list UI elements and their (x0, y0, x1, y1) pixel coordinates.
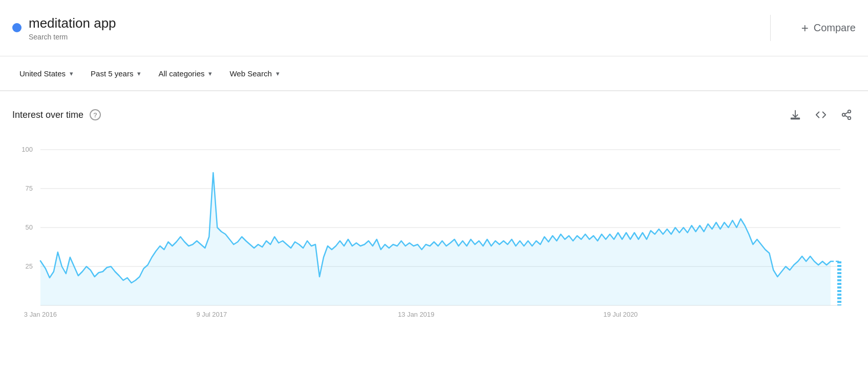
category-filter-label: All categories (158, 69, 204, 78)
time-chevron-icon: ▾ (137, 70, 141, 77)
category-filter[interactable]: All categories ▾ (151, 65, 219, 82)
search-term-block: meditation app Search term (12, 15, 771, 42)
compare-button[interactable]: + Compare (771, 21, 856, 35)
search-term-title: meditation app (29, 15, 116, 32)
compare-label: Compare (814, 22, 856, 34)
header: meditation app Search term + Compare (0, 0, 868, 56)
svg-text:75: 75 (26, 184, 33, 192)
line-chart: 100 75 50 25 3 Jan 2016 9 Jul 2017 13 Ja… (12, 134, 856, 329)
svg-text:9 Jul 2017: 9 Jul 2017 (196, 311, 227, 318)
svg-text:19 Jul 2020: 19 Jul 2020 (603, 311, 638, 318)
region-chevron-icon: ▾ (70, 70, 73, 77)
section-title: Interest over time (12, 110, 83, 120)
category-chevron-icon: ▾ (208, 70, 212, 77)
section-actions (786, 106, 856, 124)
chart-container: 100 75 50 25 3 Jan 2016 9 Jul 2017 13 Ja… (12, 134, 856, 329)
region-filter[interactable]: United States ▾ (12, 65, 80, 82)
svg-text:25: 25 (26, 262, 33, 270)
svg-line-3 (845, 115, 848, 117)
section-title-block: Interest over time ? (12, 109, 101, 120)
search-term-subtitle: Search term (29, 33, 116, 41)
download-icon[interactable] (786, 106, 805, 124)
time-filter-label: Past 5 years (91, 69, 133, 78)
share-icon[interactable] (837, 106, 856, 124)
svg-text:100: 100 (22, 146, 33, 153)
search-term-dot (12, 23, 22, 32)
time-filter[interactable]: Past 5 years ▾ (83, 65, 148, 82)
help-icon[interactable]: ? (90, 109, 101, 120)
compare-plus-icon: + (801, 21, 809, 35)
section-header: Interest over time ? (0, 91, 868, 129)
search-term-text: meditation app Search term (29, 15, 116, 42)
embed-icon[interactable] (812, 106, 830, 124)
svg-text:13 Jan 2019: 13 Jan 2019 (398, 311, 434, 318)
region-filter-label: United States (19, 69, 66, 78)
search-type-filter-label: Web Search (229, 69, 271, 78)
chart-area: 100 75 50 25 3 Jan 2016 9 Jul 2017 13 Ja… (0, 129, 868, 349)
search-type-chevron-icon: ▾ (276, 70, 280, 77)
svg-line-4 (845, 112, 848, 114)
svg-text:50: 50 (26, 223, 33, 231)
svg-text:3 Jan 2016: 3 Jan 2016 (24, 311, 57, 318)
search-type-filter[interactable]: Web Search ▾ (222, 65, 286, 82)
filter-bar: United States ▾ Past 5 years ▾ All categ… (0, 56, 868, 91)
